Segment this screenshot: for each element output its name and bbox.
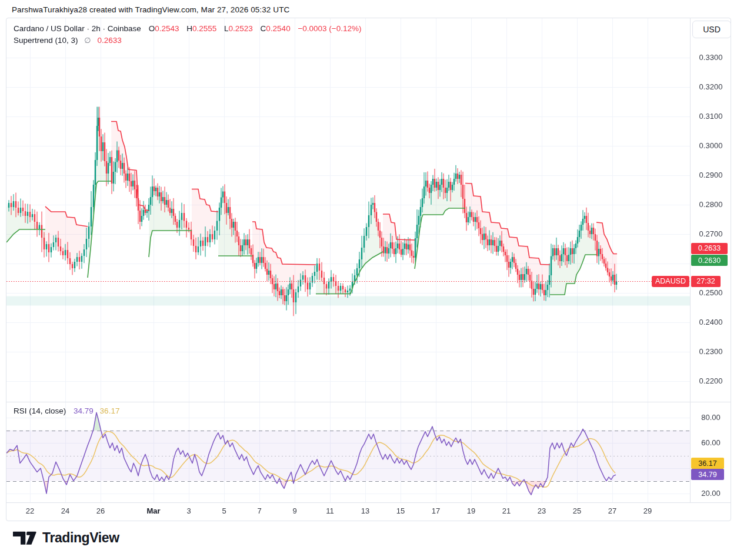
symbol-title: Cardano / US Dollar · 2h · Coinbase xyxy=(14,24,141,33)
symbol-price-label: ADAUSD xyxy=(652,276,689,287)
ohlc-change-value: −0.0003 (−0.12%) xyxy=(298,24,361,33)
price-chart-canvas[interactable] xyxy=(6,18,731,521)
chart-card: Cardano / US Dollar · 2h · Coinbase O0.2… xyxy=(6,18,731,521)
rsi-ma-value: 36.17 xyxy=(100,406,120,415)
ohlc-open-value: 0.2543 xyxy=(155,24,179,33)
attribution-text: ParshwaTurakhiya28 created with TradingV… xyxy=(12,5,289,14)
supertrend-name: Supertrend (10, 3) xyxy=(14,36,78,45)
ohlc-close-label: C xyxy=(261,24,266,33)
ohlc-close-value: 0.2540 xyxy=(266,24,290,33)
ohlc-open-label: O xyxy=(149,24,155,33)
symbol-legend[interactable]: Cardano / US Dollar · 2h · Coinbase O0.2… xyxy=(14,24,362,33)
tradingview-logo-icon xyxy=(13,531,36,546)
ohlc-low-label: L xyxy=(224,24,229,33)
supertrend-legend[interactable]: Supertrend (10, 3) ∅ 0.2633 xyxy=(14,36,122,45)
price-axis[interactable] xyxy=(690,18,731,502)
tradingview-brand-text: TradingView xyxy=(42,530,119,546)
rsi-value: 34.79 xyxy=(74,406,94,415)
supertrend-marker-icon: ∅ xyxy=(84,36,91,45)
page: ParshwaTurakhiya28 created with TradingV… xyxy=(0,0,737,560)
time-axis[interactable] xyxy=(6,502,731,521)
supertrend-value: 0.2633 xyxy=(97,36,121,45)
ohlc-high-value: 0.2555 xyxy=(192,24,216,33)
rsi-legend[interactable]: RSI (14, close) 34.79 36.17 xyxy=(14,406,119,415)
tradingview-attribution-logo[interactable]: TradingView xyxy=(13,530,119,546)
ohlc-high-label: H xyxy=(186,24,192,33)
ohlc-low-value: 0.2523 xyxy=(229,24,253,33)
rsi-name: RSI (14, close) xyxy=(14,406,66,415)
